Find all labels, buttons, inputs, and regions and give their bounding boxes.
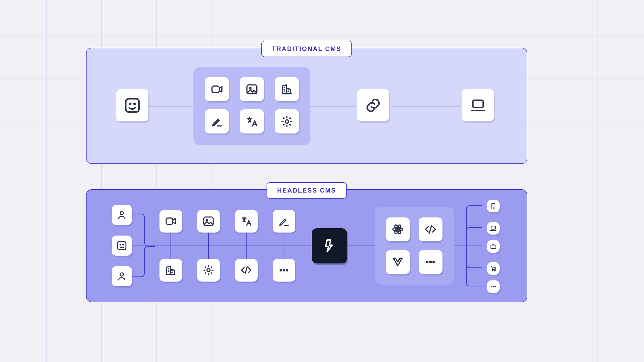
svg-rect-21: [118, 242, 126, 250]
svg-rect-41: [491, 226, 496, 229]
frameworks-group: [375, 207, 454, 285]
svg-point-5: [134, 103, 135, 105]
svg-rect-3: [126, 99, 139, 112]
svg-rect-42: [491, 245, 496, 249]
gear-icon: [275, 109, 299, 133]
svg-point-37: [430, 261, 431, 263]
svg-point-47: [495, 286, 496, 287]
cart-icon: [487, 262, 500, 275]
svg-point-8: [249, 87, 251, 89]
headless-panel: HEADLESS CMS: [86, 189, 527, 302]
svg-point-38: [433, 261, 435, 263]
mobile-icon: [487, 200, 500, 212]
svg-point-20: [120, 211, 124, 215]
code-icon: [419, 217, 442, 241]
svg-point-36: [426, 261, 428, 263]
svg-point-30: [283, 269, 285, 271]
translate-icon: [240, 109, 264, 133]
laptop-icon: [462, 89, 494, 121]
svg-point-23: [123, 244, 124, 245]
atom-icon: [386, 217, 410, 241]
svg-point-9: [285, 120, 288, 123]
building-icon: [275, 77, 299, 101]
building-icon: [159, 259, 182, 282]
svg-point-40: [493, 208, 494, 208]
svg-point-46: [493, 286, 494, 287]
svg-rect-25: [166, 218, 173, 224]
smiley-icon: [116, 89, 148, 121]
smiley-icon: [112, 236, 132, 256]
video-icon: [205, 77, 229, 101]
brand-logo: [312, 228, 347, 263]
diagram-stage: TRADITIONAL CMS: [0, 0, 644, 362]
person-icon: [112, 266, 132, 286]
svg-point-28: [207, 269, 210, 272]
svg-point-32: [397, 229, 399, 230]
traditional-panel: TRADITIONAL CMS: [86, 48, 527, 164]
headless-connectors: [87, 190, 527, 302]
image-icon: [197, 210, 220, 233]
translate-icon: [235, 210, 258, 233]
more-icon: [487, 280, 500, 293]
gear-icon: [197, 259, 220, 282]
video-icon: [159, 210, 182, 233]
svg-point-45: [491, 286, 492, 287]
link-icon: [357, 89, 389, 121]
svg-point-43: [492, 270, 493, 271]
laptop-icon: [487, 222, 500, 235]
svg-rect-10: [473, 100, 483, 107]
svg-point-31: [286, 269, 288, 271]
more-icon: [273, 259, 295, 282]
edit-icon: [273, 210, 295, 233]
vue-icon: [386, 250, 410, 274]
svg-point-44: [495, 270, 495, 271]
svg-point-22: [120, 244, 121, 245]
svg-point-4: [130, 103, 131, 105]
more-icon: [419, 250, 442, 274]
svg-rect-6: [212, 86, 219, 93]
person-icon: [112, 205, 132, 225]
image-icon: [240, 77, 264, 101]
tv-icon: [487, 240, 500, 253]
svg-point-27: [206, 219, 208, 221]
code-icon: [235, 259, 258, 282]
svg-point-24: [120, 273, 124, 276]
edit-icon: [205, 109, 229, 133]
svg-point-29: [280, 269, 282, 271]
